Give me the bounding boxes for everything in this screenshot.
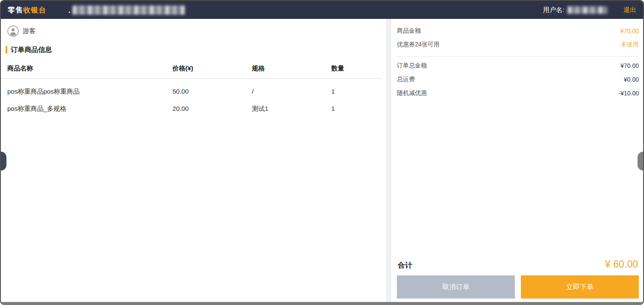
cell-product-name: pos称重商品pos称重商品 — [7, 88, 172, 96]
summary-label: 订单总金额 — [397, 62, 427, 70]
summary-label: 商品金额 — [397, 27, 421, 35]
summary-label: 优惠券24张可用 — [397, 41, 440, 49]
summary-row[interactable]: 优惠券24张可用未使用 — [397, 38, 639, 52]
redacted-store-info — [73, 6, 185, 15]
content-area: 游客 订单商品信息 商品名称 价格(¥) 规格 数量 pos称重商品pos称重商… — [1, 19, 643, 302]
cell-qty: 1 — [331, 88, 386, 96]
redacted-username — [568, 6, 607, 14]
app-title: 零售收银台 — [8, 5, 46, 15]
total-row: 合计 ¥ 60.00 — [397, 259, 639, 275]
header-left: 零售收银台 — [8, 5, 185, 15]
action-buttons: 取消订单 立即下单 — [397, 275, 639, 299]
cell-product-name: pos称重商品_多规格 — [7, 105, 172, 113]
summary-value: ¥70.00 — [620, 27, 639, 34]
summary-row: 商品金额¥70.00 — [397, 24, 639, 38]
total-value: ¥ 60.00 — [605, 259, 638, 270]
order-summary-panel: 商品金额¥70.00优惠券24张可用未使用 订单总金额¥70.00总运费¥0.0… — [391, 19, 643, 302]
customer-name: 游客 — [23, 27, 36, 35]
summary-row: 随机减优惠-¥10.00 — [397, 86, 639, 100]
col-header-price: 价格(¥) — [172, 64, 252, 73]
summary-mid: 订单总金额¥70.00总运费¥0.00随机减优惠-¥10.00 — [397, 59, 639, 100]
app-header: 零售收银台 用户名: 退出 — [1, 1, 643, 19]
right-drawer-handle[interactable] — [638, 152, 643, 171]
submit-order-button[interactable]: 立即下单 — [521, 275, 639, 299]
summary-value[interactable]: 未使用 — [621, 41, 639, 49]
cancel-order-button[interactable]: 取消订单 — [397, 275, 515, 299]
guest-avatar-icon — [7, 25, 19, 37]
product-table-header: 商品名称 价格(¥) 规格 数量 — [1, 58, 382, 79]
summary-divider — [397, 56, 639, 57]
spacer — [397, 100, 639, 259]
app-title-prefix: 零售 — [8, 6, 23, 14]
logout-button[interactable]: 退出 — [623, 6, 636, 14]
cell-price: 20.00 — [172, 105, 252, 113]
summary-value: ¥70.00 — [620, 62, 639, 69]
total-label: 合计 — [398, 260, 412, 270]
cell-qty: 1 — [331, 105, 386, 113]
table-row: pos称重商品pos称重商品50.00/1 — [1, 79, 382, 96]
cell-spec: 测试1 — [252, 105, 331, 113]
summary-row: 总运费¥0.00 — [397, 73, 639, 86]
col-header-spec: 规格 — [252, 64, 331, 73]
summary-value: -¥10.00 — [619, 90, 639, 97]
summary-top: 商品金额¥70.00优惠券24张可用未使用 — [397, 24, 639, 52]
redacted-dot — [69, 12, 70, 13]
header-right: 用户名: 退出 — [543, 6, 636, 14]
col-header-qty: 数量 — [331, 64, 386, 73]
summary-value: ¥0.00 — [624, 76, 639, 83]
cell-spec: / — [252, 88, 331, 96]
pos-window: 零售收银台 用户名: 退出 游客 订单商品信息 — [0, 0, 644, 305]
table-row: pos称重商品_多规格20.00测试11 — [1, 96, 382, 113]
summary-row: 订单总金额¥70.00 — [397, 59, 639, 73]
product-table-body: pos称重商品pos称重商品50.00/1pos称重商品_多规格20.00测试1… — [1, 79, 382, 113]
col-header-name: 商品名称 — [7, 64, 172, 73]
order-items-panel: 游客 订单商品信息 商品名称 价格(¥) 规格 数量 pos称重商品pos称重商… — [1, 19, 386, 302]
app-title-suffix: 收银台 — [23, 6, 46, 14]
customer-row: 游客 — [7, 25, 386, 37]
product-table: 商品名称 价格(¥) 规格 数量 pos称重商品pos称重商品50.00/1po… — [1, 58, 382, 113]
username-label: 用户名: — [543, 6, 564, 14]
left-drawer-handle[interactable] — [1, 152, 6, 171]
summary-label: 总运费 — [397, 76, 415, 83]
cell-price: 50.00 — [172, 88, 252, 96]
summary-label: 随机减优惠 — [397, 89, 427, 97]
panel-divider — [386, 19, 391, 302]
order-section-title: 订单商品信息 — [6, 46, 386, 54]
